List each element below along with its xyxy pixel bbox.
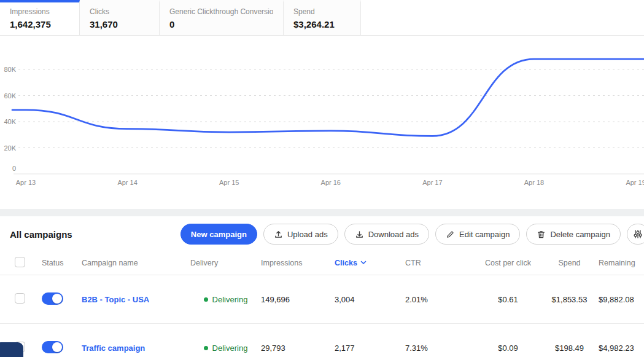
delivery-dot-icon bbox=[204, 297, 208, 302]
pencil-icon bbox=[446, 230, 455, 239]
svg-text:Apr 13: Apr 13 bbox=[16, 179, 36, 186]
upload-icon bbox=[274, 230, 283, 239]
remaining-value: $4,982.23 bbox=[599, 343, 644, 353]
cpc-value: $0.61 bbox=[476, 295, 540, 304]
campaign-name-link[interactable]: B2B - Topic - USA bbox=[82, 295, 149, 304]
row-checkbox[interactable] bbox=[15, 293, 25, 304]
metric-value: 1,642,375 bbox=[10, 19, 69, 29]
svg-text:80K: 80K bbox=[4, 66, 16, 73]
chevron-down-icon bbox=[360, 261, 367, 265]
svg-text:Apr 16: Apr 16 bbox=[321, 179, 341, 186]
column-header-delivery[interactable]: Delivery bbox=[190, 259, 261, 267]
column-header-campaign-name[interactable]: Campaign name bbox=[82, 259, 190, 267]
tab-impressions[interactable]: Impressions 1,642,375 bbox=[0, 0, 80, 35]
metric-label: Spend bbox=[293, 7, 351, 16]
delete-campaign-label: Delete campaign bbox=[550, 230, 610, 239]
tab-spend[interactable]: Spend $3,264.21 bbox=[284, 0, 361, 35]
table-row: Traffic campaign Delivering 29,793 2,177… bbox=[0, 324, 644, 357]
impressions-value: 149,696 bbox=[261, 295, 335, 304]
svg-text:Apr 19: Apr 19 bbox=[626, 179, 644, 186]
status-toggle[interactable] bbox=[42, 292, 63, 305]
new-campaign-button[interactable]: New campaign bbox=[180, 224, 257, 245]
column-header-remaining[interactable]: Remaining bbox=[599, 259, 644, 267]
delivery-status: Delivering bbox=[204, 343, 248, 353]
sliders-icon bbox=[633, 229, 643, 239]
svg-text:Apr 17: Apr 17 bbox=[422, 179, 442, 186]
trash-icon bbox=[537, 230, 546, 239]
download-icon bbox=[355, 230, 364, 239]
toggle-knob bbox=[52, 342, 62, 352]
download-ads-label: Download ads bbox=[368, 230, 419, 239]
column-header-status[interactable]: Status bbox=[42, 259, 82, 267]
ctr-value: 7.31% bbox=[405, 343, 476, 353]
column-settings-button[interactable] bbox=[627, 224, 644, 245]
delivery-status: Delivering bbox=[204, 295, 248, 304]
column-header-cost-per-click[interactable]: Cost per click bbox=[476, 259, 540, 267]
metric-label: Generic Clickthrough Conversions bbox=[169, 7, 273, 16]
performance-chart-card: Impressions 1,642,375 Clicks 31,670 Gene… bbox=[0, 0, 644, 209]
campaign-name-link[interactable]: Traffic campaign bbox=[82, 343, 145, 353]
impressions-value: 29,793 bbox=[261, 343, 335, 353]
ctr-value: 2.01% bbox=[405, 295, 476, 304]
spend-value: $1,853.53 bbox=[540, 295, 599, 304]
table-header-row: Status Campaign name Delivery Impression… bbox=[0, 251, 644, 275]
impressions-line-chart: 020K40K60K80KApr 13Apr 14Apr 15Apr 16Apr… bbox=[0, 36, 644, 209]
table-row: B2B - Topic - USA Delivering 149,696 3,0… bbox=[0, 275, 644, 324]
svg-text:Apr 14: Apr 14 bbox=[117, 179, 137, 186]
cpc-value: $0.09 bbox=[476, 343, 540, 353]
new-campaign-label: New campaign bbox=[191, 230, 247, 239]
spend-value: $198.49 bbox=[540, 343, 599, 353]
edit-campaign-button[interactable]: Edit campaign bbox=[435, 224, 520, 245]
svg-text:Apr 15: Apr 15 bbox=[219, 179, 239, 186]
edit-campaign-label: Edit campaign bbox=[459, 230, 510, 239]
upload-ads-button[interactable]: Upload ads bbox=[263, 224, 338, 245]
select-all-checkbox[interactable] bbox=[15, 257, 25, 267]
metric-value: 0 bbox=[169, 19, 273, 29]
svg-text:40K: 40K bbox=[4, 118, 16, 125]
column-header-spend[interactable]: Spend bbox=[540, 259, 599, 267]
delete-campaign-button[interactable]: Delete campaign bbox=[526, 224, 621, 245]
clicks-value: 3,004 bbox=[335, 295, 405, 304]
metric-value: $3,264.21 bbox=[293, 19, 351, 29]
download-ads-button[interactable]: Download ads bbox=[344, 224, 429, 245]
metric-label: Impressions bbox=[10, 7, 69, 16]
remaining-value: $9,882.08 bbox=[599, 295, 644, 304]
toggle-knob bbox=[52, 294, 62, 304]
tab-clicks[interactable]: Clicks 31,670 bbox=[80, 0, 160, 35]
toolbar-buttons: New campaign Upload ads Download ads Edi… bbox=[180, 224, 644, 245]
chat-widget-button[interactable] bbox=[0, 342, 23, 357]
svg-text:20K: 20K bbox=[4, 144, 16, 152]
svg-text:60K: 60K bbox=[4, 92, 16, 100]
campaigns-card: All campaigns New campaign Upload ads Do… bbox=[0, 216, 644, 357]
status-toggle[interactable] bbox=[42, 341, 63, 353]
metric-tabs-spacer bbox=[361, 0, 644, 35]
column-header-ctr[interactable]: CTR bbox=[405, 259, 476, 267]
svg-text:0: 0 bbox=[12, 165, 16, 172]
metric-label: Clicks bbox=[90, 7, 149, 16]
section-title: All campaigns bbox=[10, 229, 72, 240]
svg-text:Apr 18: Apr 18 bbox=[524, 179, 544, 186]
metric-value: 31,670 bbox=[90, 19, 149, 29]
delivery-dot-icon bbox=[204, 346, 208, 350]
tab-generic-clickthrough-conversions[interactable]: Generic Clickthrough Conversions 0 bbox=[160, 0, 284, 35]
metric-tabs: Impressions 1,642,375 Clicks 31,670 Gene… bbox=[0, 0, 644, 36]
campaigns-toolbar: All campaigns New campaign Upload ads Do… bbox=[0, 216, 644, 251]
column-header-clicks-sorted[interactable]: Clicks bbox=[335, 259, 405, 267]
upload-ads-label: Upload ads bbox=[287, 230, 328, 239]
column-header-impressions[interactable]: Impressions bbox=[261, 259, 335, 267]
clicks-value: 2,177 bbox=[335, 343, 405, 353]
